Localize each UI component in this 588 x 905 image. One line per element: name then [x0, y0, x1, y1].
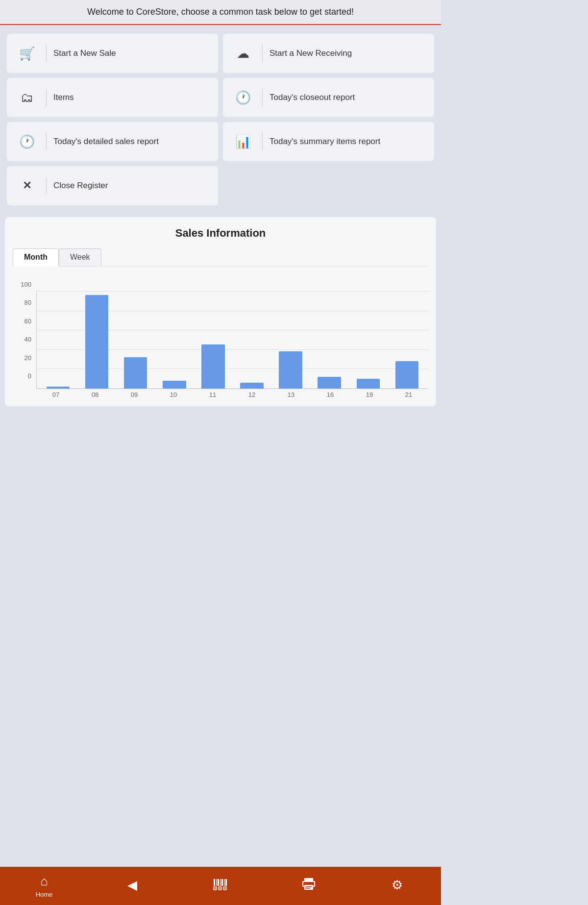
x-label: 10 [154, 391, 193, 398]
nav-print[interactable] [294, 878, 323, 894]
bar [47, 387, 70, 389]
clock2-icon: 🕐 [15, 134, 39, 149]
bar [163, 381, 186, 389]
x-label: 16 [311, 391, 350, 398]
bar [318, 377, 341, 389]
clock-icon: 🕐 [231, 90, 255, 105]
bottom-nav: ⌂ Home ◀ [0, 867, 441, 905]
bar-group [155, 291, 194, 389]
bar-group [116, 291, 155, 389]
svg-rect-2 [218, 879, 219, 886]
back-icon: ◀ [127, 878, 137, 893]
x-label: 12 [232, 391, 271, 398]
folder-icon: 🗂 [15, 90, 39, 105]
tab-month[interactable]: Month [13, 248, 59, 267]
bar-group [39, 291, 77, 389]
svg-rect-0 [214, 879, 215, 886]
welcome-text: Welcome to CoreStore, choose a common ta… [87, 7, 354, 17]
x-label: 21 [389, 391, 428, 398]
header-banner: Welcome to CoreStore, choose a common ta… [0, 0, 441, 25]
close-register-label: Close Register [53, 181, 210, 191]
y-label-60: 60 [13, 318, 34, 324]
print-icon [301, 878, 316, 894]
divider [46, 177, 47, 195]
summary-items-label: Today's summary items report [270, 137, 426, 147]
chart-container: 0 20 40 60 80 100 [13, 276, 428, 398]
nav-settings[interactable]: ⚙ [382, 878, 412, 895]
bars-row [37, 291, 428, 389]
divider [46, 89, 47, 106]
svg-rect-3 [220, 879, 221, 886]
bar-chart-icon: 📊 [231, 134, 255, 149]
bar [201, 344, 224, 389]
new-receiving-button[interactable]: ☁ Start a New Receiving [223, 34, 434, 73]
nav-barcode[interactable] [206, 878, 235, 894]
x-label: 11 [193, 391, 232, 398]
x-label: 09 [115, 391, 154, 398]
bar [357, 379, 380, 389]
divider [262, 133, 263, 150]
svg-rect-12 [224, 888, 225, 889]
bar [240, 383, 263, 389]
nav-home-label: Home [36, 891, 53, 898]
divider [46, 45, 47, 62]
svg-rect-8 [215, 888, 216, 889]
detailed-sales-label: Today's detailed sales report [53, 137, 210, 147]
bar-group [77, 291, 116, 389]
tab-week[interactable]: Week [59, 248, 101, 266]
summary-items-button[interactable]: 📊 Today's summary items report [223, 122, 434, 161]
sales-info-section: Sales Information Month Week 0 20 40 60 … [5, 217, 436, 406]
x-label: 08 [75, 391, 115, 398]
bar-group [194, 291, 232, 389]
x-label: 07 [36, 391, 75, 398]
y-label-0: 0 [13, 373, 34, 379]
chart-inner [36, 291, 428, 389]
y-axis: 0 20 40 60 80 100 [13, 281, 34, 379]
svg-rect-16 [304, 885, 313, 890]
home-icon: ⌂ [40, 874, 48, 889]
bar [124, 357, 147, 389]
bar-group [271, 291, 310, 389]
x-label: 13 [271, 391, 311, 398]
y-label-20: 20 [13, 355, 34, 361]
svg-rect-13 [304, 878, 313, 881]
cloud-icon: ☁ [231, 46, 255, 61]
svg-rect-17 [305, 886, 312, 887]
nav-back[interactable]: ◀ [118, 878, 147, 895]
barcode-icon [213, 878, 228, 894]
tab-bar: Month Week [13, 248, 428, 267]
divider [262, 45, 263, 62]
new-sale-button[interactable]: 🛒 Start a New Sale [7, 34, 218, 73]
y-label-40: 40 [13, 336, 34, 342]
action-grid: 🛒 Start a New Sale ☁ Start a New Receivi… [0, 25, 441, 210]
settings-icon: ⚙ [392, 878, 403, 893]
x-label: 19 [350, 391, 389, 398]
bar-group [349, 291, 388, 389]
y-label-100: 100 [13, 281, 34, 288]
detailed-sales-button[interactable]: 🕐 Today's detailed sales report [7, 122, 218, 161]
divider [46, 133, 47, 150]
items-button[interactable]: 🗂 Items [7, 78, 218, 117]
nav-home[interactable]: ⌂ Home [29, 874, 59, 898]
closeout-report-button[interactable]: 🕐 Today's closeout report [223, 78, 434, 117]
new-receiving-label: Start a New Receiving [270, 49, 426, 58]
y-label-80: 80 [13, 299, 34, 306]
svg-rect-5 [224, 879, 225, 886]
bar-group [232, 291, 271, 389]
new-sale-label: Start a New Sale [53, 49, 210, 58]
items-label: Items [53, 93, 210, 102]
svg-point-19 [313, 882, 314, 883]
svg-rect-1 [216, 879, 217, 886]
divider [262, 89, 263, 106]
svg-rect-6 [225, 879, 227, 886]
bar [395, 361, 418, 389]
bar-group [310, 291, 349, 389]
svg-rect-10 [220, 888, 220, 889]
chart-area: 0 20 40 60 80 100 [13, 281, 428, 389]
svg-rect-4 [221, 879, 223, 886]
bar [279, 351, 302, 389]
sales-info-title: Sales Information [13, 227, 428, 240]
close-register-button[interactable]: ✕ Close Register [7, 166, 218, 205]
closeout-report-label: Today's closeout report [270, 93, 426, 102]
bar [85, 295, 108, 389]
